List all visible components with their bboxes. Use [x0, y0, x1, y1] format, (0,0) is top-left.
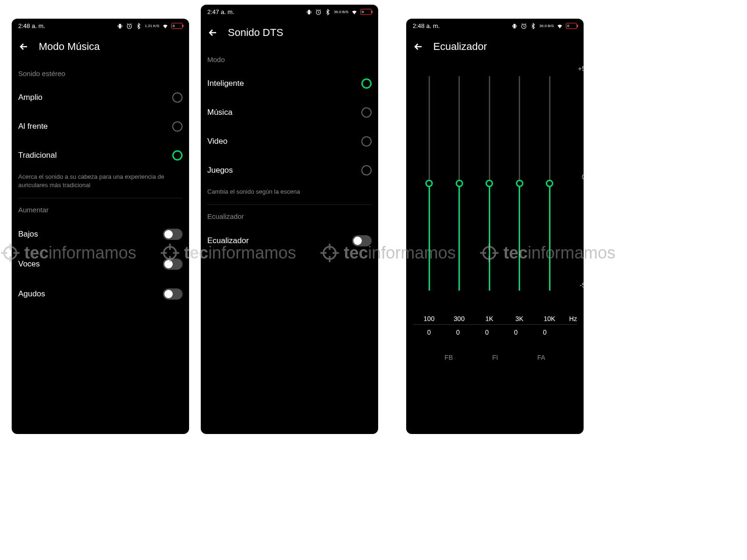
eq-slider[interactable] — [429, 76, 430, 291]
status-time: 2:48 a. m. — [18, 22, 45, 29]
eq-freq-label: 1K — [478, 315, 501, 322]
mode-musica[interactable]: Música — [201, 98, 378, 127]
phone-sonido-dts: 2:47 a. m. 36.0 B/S 6 Sonido DTS Modo In… — [201, 5, 378, 434]
option-amplio[interactable]: Amplio — [12, 83, 189, 112]
mode-juegos[interactable]: Juegos — [201, 156, 378, 185]
eq-value: 0 — [417, 329, 441, 336]
back-icon[interactable] — [18, 41, 29, 52]
toggle-ecualizador[interactable]: Ecualizador — [201, 226, 378, 256]
back-icon[interactable] — [207, 27, 218, 38]
option-label: Inteligente — [207, 79, 244, 88]
eq-thumb-icon — [546, 180, 553, 187]
radio-selected-icon — [172, 150, 183, 161]
svg-rect-5 — [307, 11, 308, 13]
eq-slider[interactable] — [519, 76, 520, 291]
eq-hz-label: Hz — [569, 315, 577, 322]
battery-icon: 6 — [566, 23, 577, 29]
svg-rect-8 — [514, 24, 516, 28]
eq-thumb-icon — [516, 180, 523, 187]
phone-modo-musica: 2:48 a. m. 1.21 K/S 6 Modo Música Sonido… — [12, 19, 189, 434]
svg-rect-4 — [308, 10, 310, 14]
toggle-voces[interactable]: Voces — [12, 249, 189, 279]
phone-ecualizador: 2:48 a. m. 36.0 B/S 6 Ecualizador +5 0 -… — [406, 19, 584, 434]
svg-rect-2 — [122, 25, 122, 27]
toggle-label: Bajos — [18, 230, 38, 239]
mode-inteligente[interactable]: Inteligente — [201, 69, 378, 98]
eq-band-100[interactable] — [417, 76, 441, 300]
radio-unselected-icon — [361, 136, 372, 147]
section-mode: Modo — [201, 48, 378, 69]
page-header: Sonido DTS — [201, 19, 378, 48]
mode-video[interactable]: Video — [201, 127, 378, 156]
svg-rect-0 — [119, 24, 121, 28]
radio-unselected-icon — [172, 121, 183, 132]
eq-thumb-icon — [425, 180, 433, 187]
eq-band-3k[interactable] — [508, 76, 531, 300]
toggle-off-icon — [352, 235, 372, 246]
svg-rect-1 — [118, 25, 119, 27]
eq-band-10k[interactable] — [538, 76, 561, 300]
svg-rect-10 — [516, 25, 517, 27]
eq-thumb-icon — [486, 180, 493, 187]
wifi-icon — [162, 23, 169, 29]
section-boost: Aumentar — [12, 198, 189, 219]
section-equalizer: Ecualizador — [201, 205, 378, 226]
status-netspeed: 1.21 K/S — [145, 24, 159, 28]
eq-band-300[interactable] — [448, 76, 471, 300]
eq-value: 0 — [446, 329, 470, 336]
alarm-icon — [315, 9, 322, 15]
eq-preset-fi[interactable]: FI — [492, 354, 498, 361]
eq-slider[interactable] — [549, 76, 550, 291]
toggle-off-icon — [163, 288, 183, 300]
toggle-agudos[interactable]: Agudos — [12, 279, 189, 309]
status-bar: 2:48 a. m. 36.0 B/S 6 — [406, 19, 584, 33]
toggle-label: Voces — [18, 259, 40, 269]
bluetooth-icon — [324, 9, 331, 15]
bluetooth-icon — [530, 23, 536, 29]
eq-preset-fa[interactable]: FA — [537, 354, 545, 361]
eq-value: 0 — [533, 329, 557, 336]
bluetooth-icon — [135, 23, 142, 29]
eq-slider[interactable] — [489, 76, 490, 291]
status-netspeed: 36.0 B/S — [334, 10, 348, 14]
eq-freq-label: 10K — [538, 315, 561, 322]
option-description: Acerca el sonido a su cabeza para una ex… — [12, 170, 189, 198]
toggle-label: Ecualizador — [207, 236, 249, 245]
toggle-bajos[interactable]: Bajos — [12, 219, 189, 249]
option-label: Juegos — [207, 166, 233, 175]
option-label: Al frente — [18, 122, 48, 131]
vibrate-icon — [511, 23, 518, 29]
eq-preset-fb[interactable]: FB — [444, 354, 453, 361]
page-title: Ecualizador — [433, 41, 487, 53]
radio-selected-icon — [361, 78, 372, 89]
radio-unselected-icon — [361, 165, 372, 175]
option-label: Música — [207, 108, 233, 117]
eq-slider[interactable] — [458, 76, 460, 291]
eq-value: 0 — [504, 329, 528, 336]
wifi-icon — [557, 23, 563, 29]
eq-freq-label: 300 — [448, 315, 471, 322]
eq-band-1k[interactable] — [478, 76, 501, 300]
radio-unselected-icon — [172, 92, 183, 103]
svg-rect-6 — [311, 11, 311, 13]
page-title: Sonido DTS — [228, 27, 283, 39]
status-time: 2:47 a. m. — [207, 8, 234, 15]
mode-description: Cambia el sonido según la escena — [201, 185, 378, 204]
eq-freq-label: 3K — [508, 315, 531, 322]
status-icons: 1.21 K/S 6 — [117, 23, 183, 29]
option-label: Video — [207, 137, 227, 146]
option-tradicional[interactable]: Tradicional — [12, 141, 189, 170]
toggle-off-icon — [163, 259, 183, 270]
battery-icon: 6 — [360, 9, 372, 15]
vibrate-icon — [306, 9, 312, 15]
wifi-icon — [351, 9, 358, 15]
option-al-frente[interactable]: Al frente — [12, 112, 189, 141]
eq-value-labels: 0 0 0 0 0 — [413, 325, 577, 340]
eq-scale-max: +5 — [578, 65, 584, 72]
back-icon[interactable] — [413, 41, 424, 52]
toggle-off-icon — [163, 229, 183, 240]
vibrate-icon — [117, 23, 123, 29]
battery-icon: 6 — [171, 23, 183, 29]
page-header: Ecualizador — [406, 33, 584, 62]
alarm-icon — [126, 23, 133, 29]
